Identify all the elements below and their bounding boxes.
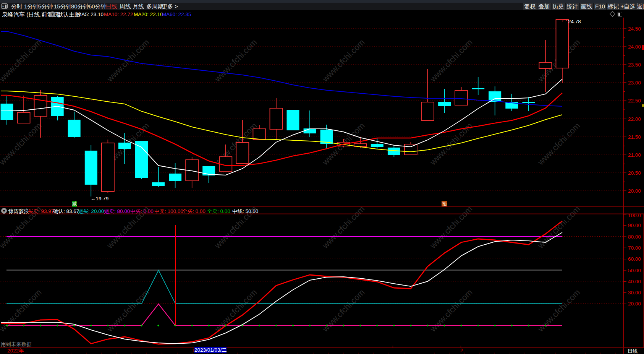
svg-text:21.00: 21.00 <box>628 152 641 158</box>
svg-text:www.cfchi.com: www.cfchi.com <box>212 287 259 334</box>
svg-text:70.00: 70.00 <box>628 245 641 251</box>
svg-text:23.00: 23.00 <box>628 80 641 86</box>
svg-text:www.cfchi.com: www.cfchi.com <box>320 287 366 334</box>
svg-text:20.00: 20.00 <box>628 301 641 307</box>
svg-text:60.00: 60.00 <box>628 256 641 262</box>
svg-text:100.0: 100.0 <box>628 213 641 218</box>
svg-text:←19.79: ←19.79 <box>91 196 108 201</box>
svg-text:50.00: 50.00 <box>628 268 641 273</box>
svg-text:www.cfchi.com: www.cfchi.com <box>428 37 474 84</box>
svg-text:80.00: 80.00 <box>628 234 641 240</box>
svg-text:www.cfchi.com: www.cfchi.com <box>0 287 43 334</box>
svg-text:22.50: 22.50 <box>628 98 641 104</box>
svg-text:90.00: 90.00 <box>628 222 641 228</box>
svg-text:www.cfchi.com: www.cfchi.com <box>428 287 474 334</box>
svg-text:www.cfchi.com: www.cfchi.com <box>0 37 43 84</box>
svg-text:www.cfchi.com: www.cfchi.com <box>536 287 582 334</box>
svg-text:www.cfchi.com: www.cfchi.com <box>536 204 582 250</box>
svg-text:www.cfchi.com: www.cfchi.com <box>320 204 366 250</box>
svg-text:23.50: 23.50 <box>628 62 641 68</box>
svg-text:www.cfchi.com: www.cfchi.com <box>212 37 259 84</box>
svg-text:21.50: 21.50 <box>628 134 641 140</box>
svg-text:www.cfchi.com: www.cfchi.com <box>536 121 582 167</box>
svg-text:www.cfchi.com: www.cfchi.com <box>320 37 366 84</box>
svg-text:24.78: 24.78 <box>568 19 581 24</box>
svg-text:24.00: 24.00 <box>628 44 641 50</box>
svg-text:www.cfchi.com: www.cfchi.com <box>105 287 151 334</box>
svg-text:20.00: 20.00 <box>628 188 641 194</box>
svg-text:24.50: 24.50 <box>628 26 641 32</box>
svg-text:www.cfchi.com: www.cfchi.com <box>0 121 43 167</box>
svg-text:30.00: 30.00 <box>628 290 641 296</box>
svg-text:www.cfchi.com: www.cfchi.com <box>428 204 474 250</box>
svg-text:22.00: 22.00 <box>628 116 641 122</box>
svg-text:40.00: 40.00 <box>628 279 641 284</box>
svg-text:20.50: 20.50 <box>628 170 641 176</box>
